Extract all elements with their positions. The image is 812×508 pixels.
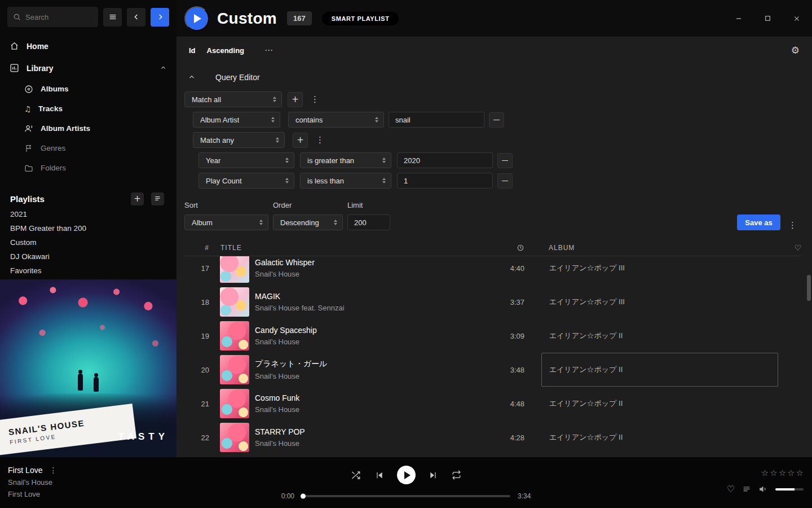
sidebar-item-label: Folders <box>41 164 66 172</box>
add-rule-button[interactable]: + <box>288 92 303 107</box>
star-icon[interactable]: ☆ <box>779 468 786 478</box>
track-album[interactable]: エイリアン☆ポップ III <box>541 285 778 319</box>
gear-icon[interactable]: ⚙ <box>791 45 800 56</box>
playlist-item[interactable]: BPM Greater than 200 <box>0 221 176 235</box>
column-duration[interactable] <box>479 244 524 252</box>
menu-button[interactable] <box>103 8 122 27</box>
limit-input[interactable] <box>347 214 390 230</box>
track-album[interactable]: エイリアン☆ポップ II <box>541 421 778 454</box>
rule-value-input[interactable] <box>389 112 484 128</box>
playlist-item[interactable]: Custom <box>0 235 176 249</box>
table-row[interactable]: 19 Candy Spaceship Snail's House 3:09 エイ… <box>184 319 802 353</box>
sort-order-button[interactable]: Ascending <box>207 46 244 55</box>
track-album[interactable]: エイリアン☆ポップ II <box>541 353 778 387</box>
volume-slider[interactable] <box>775 488 804 491</box>
rule-operator-select[interactable]: is less than <box>300 173 391 189</box>
save-menu-button[interactable]: ⋮ <box>786 220 799 230</box>
window-maximize-button[interactable] <box>762 12 774 24</box>
group-menu-button[interactable]: ⋮ <box>308 94 321 104</box>
volume-icon[interactable] <box>758 484 768 494</box>
next-button[interactable] <box>427 470 439 481</box>
repeat-button[interactable] <box>451 469 462 481</box>
table-row[interactable]: 21 Cosmo Funk Snail's House 4:48 エイリアン☆ポ… <box>184 387 802 421</box>
playlist-item[interactable]: DJ Okawari <box>0 249 176 264</box>
search-icon <box>13 13 21 21</box>
column-album[interactable]: ALBUM <box>541 244 778 252</box>
search-box[interactable] <box>7 7 98 27</box>
seek-bar[interactable] <box>302 495 510 497</box>
rule-field-select[interactable]: Year <box>198 152 294 168</box>
queue-icon[interactable] <box>742 485 751 494</box>
star-icon[interactable]: ☆ <box>787 468 795 478</box>
track-artist: Snail's House <box>255 338 479 346</box>
track-album[interactable]: エイリアン☆ポップ II <box>541 319 778 353</box>
sort-field-button[interactable]: Id <box>189 46 196 55</box>
column-title[interactable]: TITLE <box>209 244 479 252</box>
sidebar-item-tracks[interactable]: ♫ Tracks <box>0 99 176 119</box>
rule-value-input[interactable] <box>397 152 493 168</box>
save-as-button[interactable]: Save as <box>737 214 780 230</box>
remove-rule-button[interactable]: — <box>497 153 513 168</box>
group-menu-button[interactable]: ⋮ <box>314 135 326 145</box>
forward-button[interactable] <box>151 8 169 27</box>
sidebar-item-album-artists[interactable]: Album Artists <box>0 119 176 138</box>
back-button[interactable] <box>127 8 145 27</box>
sort-select[interactable]: Album <box>184 214 268 230</box>
add-rule-button[interactable]: + <box>293 133 308 148</box>
remove-rule-button[interactable]: — <box>489 112 504 128</box>
star-icon[interactable]: ☆ <box>796 468 804 478</box>
table-row[interactable]: 22 STARRY POP Snail's House 4:28 エイリアン☆ポ… <box>184 421 802 454</box>
chevron-up-icon[interactable] <box>160 64 167 72</box>
playlist-list-button[interactable] <box>151 192 164 205</box>
favorite-heart-icon[interactable]: ♡ <box>727 484 735 494</box>
track-album[interactable]: エイリアン☆ポップ II <box>541 387 778 421</box>
total-time: 3:34 <box>518 492 536 500</box>
search-input[interactable] <box>25 13 92 21</box>
playlist-item[interactable]: Favorites <box>0 264 176 278</box>
collapse-query-editor-button[interactable] <box>184 71 198 85</box>
scrollbar-thumb[interactable] <box>807 275 811 301</box>
window-close-button[interactable] <box>791 12 803 25</box>
star-icon[interactable]: ☆ <box>761 468 769 478</box>
sidebar-item-home[interactable]: Home <box>0 35 176 57</box>
rule-operator-select[interactable]: contains <box>288 112 384 128</box>
track-menu-icon[interactable]: ⋮ <box>49 466 57 475</box>
sort-column: Sort Album <box>184 201 268 230</box>
track-artist: Snail's House feat. Sennzai <box>255 304 479 312</box>
sidebar-item-folders[interactable]: Folders <box>0 158 176 178</box>
track-album[interactable]: エイリアン☆ポップ III <box>541 256 778 285</box>
match-mode-select[interactable]: Match all <box>184 91 282 107</box>
table-row[interactable]: 17 Galactic Whisper Snail's House 4:40 エ… <box>184 256 802 285</box>
player-bar: First Love ⋮ Snail's House First Love 0:… <box>0 457 812 508</box>
remove-rule-button[interactable]: — <box>497 173 513 189</box>
shuffle-button[interactable] <box>350 469 362 481</box>
playlists-title: Playlists <box>10 194 45 204</box>
sidebar-item-library[interactable]: Library <box>0 57 176 79</box>
rule-field-select[interactable]: Play Count <box>198 173 294 189</box>
window-minimize-button[interactable] <box>732 12 745 25</box>
add-playlist-button[interactable]: + <box>131 192 144 205</box>
previous-button[interactable] <box>374 470 385 481</box>
sidebar-item-genres[interactable]: Genres <box>0 138 176 158</box>
play-pause-button[interactable] <box>397 466 416 484</box>
smart-playlist-badge: SMART PLAYLIST <box>322 12 399 25</box>
play-playlist-button[interactable] <box>184 6 209 31</box>
rule-value-input[interactable] <box>397 173 493 189</box>
playlist-item[interactable]: 2021 <box>0 207 176 221</box>
seek-handle[interactable] <box>301 494 306 499</box>
select-arrows-icon <box>377 157 386 163</box>
order-select[interactable]: Descending <box>273 214 343 230</box>
table-row[interactable]: 18 MAGIK Snail's House feat. Sennzai 3:3… <box>184 285 802 319</box>
rule-operator-select[interactable]: is greater than <box>300 152 391 168</box>
column-number[interactable]: # <box>184 244 209 252</box>
chevron-right-icon <box>156 12 165 21</box>
now-playing-artwork[interactable]: SNAIL'S HOUSE FIRST LOVE TASTY <box>0 279 176 457</box>
list-toolbar: Id Ascending ⋯ ⚙ <box>176 37 812 63</box>
heart-icon[interactable]: ♡ <box>778 243 802 252</box>
more-options-icon[interactable]: ⋯ <box>264 45 274 55</box>
match-mode-select[interactable]: Match any <box>193 132 285 148</box>
rule-field-select[interactable]: Album Artist <box>193 112 280 128</box>
table-row[interactable]: 20 プラネット・ガール Snail's House 3:48 エイリアン☆ポッ… <box>184 353 802 387</box>
sidebar-item-albums[interactable]: Albums <box>0 79 176 99</box>
star-icon[interactable]: ☆ <box>770 468 777 478</box>
